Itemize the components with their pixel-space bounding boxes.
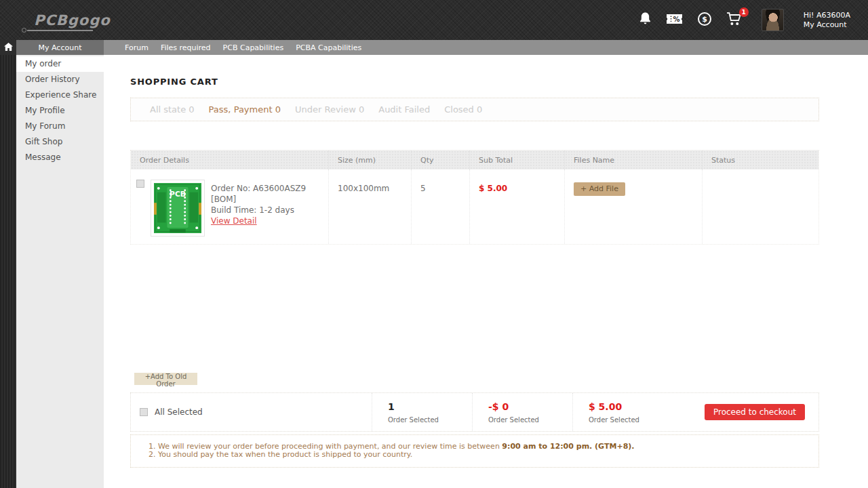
order-build-time: Build Time: 1-2 days — [211, 205, 306, 216]
cell-sub-total: $ 5.00 — [469, 169, 564, 244]
total-label: Order Selected — [589, 416, 705, 424]
sidebar-item-my-forum[interactable]: My Forum — [16, 119, 104, 134]
discount-value: -$ 0 — [488, 401, 572, 412]
nav-link-pcb-capabilities[interactable]: PCB Capabilities — [217, 43, 290, 52]
selected-count-cell: 1 Order Selected — [372, 393, 472, 431]
col-status: Status — [702, 150, 818, 169]
cart-table: Order Details Size (mm) Qty Sub Total Fi… — [130, 150, 819, 245]
cart-summary-bar: All Selected 1 Order Selected -$ 0 Order… — [130, 392, 819, 432]
col-sub-total: Sub Total — [469, 150, 564, 169]
account-sidebar: My order Order History Experience Share … — [16, 55, 104, 488]
cell-files-name: + Add File — [564, 169, 702, 244]
coupons-button[interactable]: % — [666, 13, 683, 28]
tab-all-state[interactable]: All state 0 — [150, 104, 195, 115]
main-content: SHOPPING CART All state 0 Pass, Payment … — [104, 55, 868, 488]
cell-size: 100x100mm — [328, 169, 411, 244]
nav-link-forum[interactable]: Forum — [119, 43, 155, 52]
selected-count-label: Order Selected — [388, 416, 472, 424]
avatar[interactable] — [762, 9, 784, 31]
nav-link-files-required[interactable]: Files required — [155, 43, 217, 52]
all-selected-checkbox[interactable] — [140, 408, 148, 416]
view-detail-link[interactable]: View Detail — [211, 216, 257, 226]
account-greeting[interactable]: Hi! A63600A My Account — [804, 11, 850, 30]
tab-under-review[interactable]: Under Review 0 — [295, 104, 364, 115]
discount-label: Order Selected — [488, 416, 572, 424]
order-bom-tag: [BOM] — [211, 194, 306, 205]
pcbgogo-logo[interactable]: PCBgogo — [34, 12, 111, 28]
pcb-thumbnail[interactable]: PCB — [151, 180, 205, 237]
balance-button[interactable]: $ — [697, 12, 712, 29]
sidebar-item-my-profile[interactable]: My Profile — [16, 103, 104, 119]
page-title: SHOPPING CART — [130, 77, 819, 87]
order-number: Order No: A63600ASZ9 — [211, 183, 306, 194]
all-selected-label: All Selected — [155, 407, 203, 417]
total-value: $ 5.00 — [589, 401, 705, 412]
sidebar-item-my-order[interactable]: My order — [16, 56, 104, 72]
sidebar-item-order-history[interactable]: Order History — [16, 72, 104, 87]
col-qty: Qty — [411, 150, 469, 169]
cart-count-badge: 1 — [739, 7, 749, 17]
tab-pass-payment[interactable]: Pass, Payment 0 — [209, 104, 281, 115]
row-checkbox[interactable] — [136, 180, 144, 188]
nav-link-pcba-capabilities[interactable]: PCBA Capabilities — [290, 43, 368, 52]
add-file-button[interactable]: + Add File — [574, 182, 625, 196]
cart-button[interactable]: 1 — [726, 12, 743, 29]
sidebar-item-experience-share[interactable]: Experience Share — [16, 87, 104, 103]
nav-tab-my-account[interactable]: My Account — [16, 40, 104, 55]
review-time-bold: 9:00 am to 12:00 pm. (GTM+8). — [502, 442, 634, 451]
total-cell: $ 5.00 Order Selected — [572, 393, 705, 431]
svg-text:$: $ — [702, 15, 707, 24]
bell-icon — [639, 12, 652, 28]
left-dark-rail — [0, 55, 16, 488]
selected-count-value: 1 — [388, 401, 472, 412]
cell-status — [702, 169, 818, 244]
pcb-silkscreen-label: PCB — [170, 190, 186, 199]
tab-closed[interactable]: Closed 0 — [444, 104, 482, 115]
coupon-icon: % — [666, 13, 683, 28]
cart-table-header: Order Details Size (mm) Qty Sub Total Fi… — [131, 150, 818, 169]
home-button[interactable] — [0, 40, 16, 55]
col-size: Size (mm) — [328, 150, 411, 169]
main-navbar: My Account Forum Files required PCB Capa… — [0, 40, 868, 55]
dollar-coin-icon: $ — [697, 12, 712, 29]
tab-audit-failed[interactable]: Audit Failed — [378, 104, 430, 115]
top-header: PCBgogo % $ — [0, 0, 868, 40]
proceed-to-checkout-button[interactable]: Proceed to checkout — [705, 404, 805, 420]
greeting-line: Hi! A63600A — [804, 11, 850, 20]
col-order-details: Order Details — [131, 150, 328, 169]
svg-text:%: % — [673, 16, 679, 23]
note-line-2: 2. You should pay the tax when the produ… — [149, 451, 812, 459]
discount-cell: -$ 0 Order Selected — [472, 393, 572, 431]
notifications-button[interactable] — [639, 12, 652, 28]
review-notes: 1. We will review your order before proc… — [130, 434, 819, 468]
order-state-tabs: All state 0 Pass, Payment 0 Under Review… — [130, 98, 819, 121]
cell-qty: 5 — [411, 169, 469, 244]
table-row: PCB Order No: A63600ASZ9 [BOM] Build Tim… — [131, 169, 818, 244]
col-files-name: Files Name — [564, 150, 702, 169]
sidebar-item-message[interactable]: Message — [16, 150, 104, 165]
add-to-old-order-button[interactable]: +Add To Old Order — [134, 373, 197, 385]
sidebar-item-gift-shop[interactable]: Gift Shop — [16, 134, 104, 150]
my-account-label: My Account — [804, 20, 850, 30]
home-icon — [4, 43, 13, 53]
